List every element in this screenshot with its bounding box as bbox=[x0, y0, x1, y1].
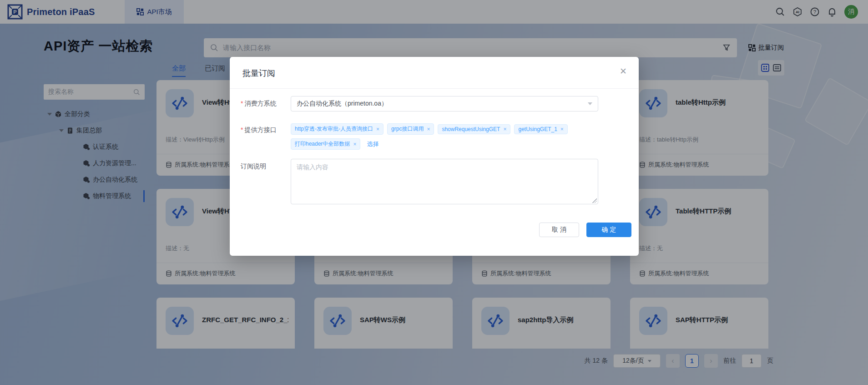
required-asterisk: * bbox=[241, 100, 243, 107]
select-api-link[interactable]: 选择 bbox=[367, 140, 378, 148]
chevron-down-icon bbox=[588, 102, 592, 105]
subscribe-note-row: 订阅说明 bbox=[230, 159, 639, 204]
subscribe-note-textarea[interactable] bbox=[291, 159, 598, 204]
provider-api-label: *提供方接口 bbox=[241, 122, 291, 150]
tag-close-icon[interactable]: × bbox=[560, 126, 564, 132]
resize-handle[interactable] bbox=[592, 198, 597, 203]
tag-close-icon[interactable]: × bbox=[427, 126, 430, 132]
api-tag: 打印header中全部数据× bbox=[291, 138, 360, 150]
consumer-system-select[interactable]: 办公自动化系统（primeton.oa） bbox=[291, 96, 598, 111]
provider-api-row: *提供方接口 http穿透-发布审批-人员查询接口× grpc接口调用× sho… bbox=[230, 122, 639, 150]
api-tag: grpc接口调用× bbox=[387, 123, 434, 135]
selected-api-tags: http穿透-发布审批-人员查询接口× grpc接口调用× showReques… bbox=[291, 122, 598, 150]
close-icon[interactable]: ✕ bbox=[620, 67, 627, 76]
batch-subscribe-dialog: 批量订阅 ✕ *消费方系统 办公自动化系统（primeton.oa） *提供方接… bbox=[230, 57, 639, 256]
tag-close-icon[interactable]: × bbox=[376, 126, 379, 132]
api-tag: getUsingGET_1× bbox=[514, 124, 567, 134]
api-tag: http穿透-发布审批-人员查询接口× bbox=[291, 123, 384, 135]
tag-close-icon[interactable]: × bbox=[353, 141, 356, 147]
dialog-title: 批量订阅 bbox=[242, 69, 275, 78]
consumer-system-label: *消费方系统 bbox=[241, 96, 291, 111]
tag-close-icon[interactable]: × bbox=[503, 126, 506, 132]
required-asterisk: * bbox=[241, 126, 243, 133]
cancel-button[interactable]: 取 消 bbox=[539, 223, 579, 237]
confirm-button[interactable]: 确 定 bbox=[586, 223, 631, 237]
subscribe-note-label: 订阅说明 bbox=[241, 159, 291, 204]
consumer-system-row: *消费方系统 办公自动化系统（primeton.oa） bbox=[230, 96, 639, 111]
consumer-system-value: 办公自动化系统（primeton.oa） bbox=[297, 100, 588, 108]
dialog-footer: 取 消 确 定 bbox=[230, 223, 639, 237]
dialog-body: *消费方系统 办公自动化系统（primeton.oa） *提供方接口 http穿… bbox=[230, 89, 639, 237]
dialog-header: 批量订阅 ✕ bbox=[230, 57, 639, 89]
api-tag: showRequestUsingGET× bbox=[438, 124, 510, 134]
